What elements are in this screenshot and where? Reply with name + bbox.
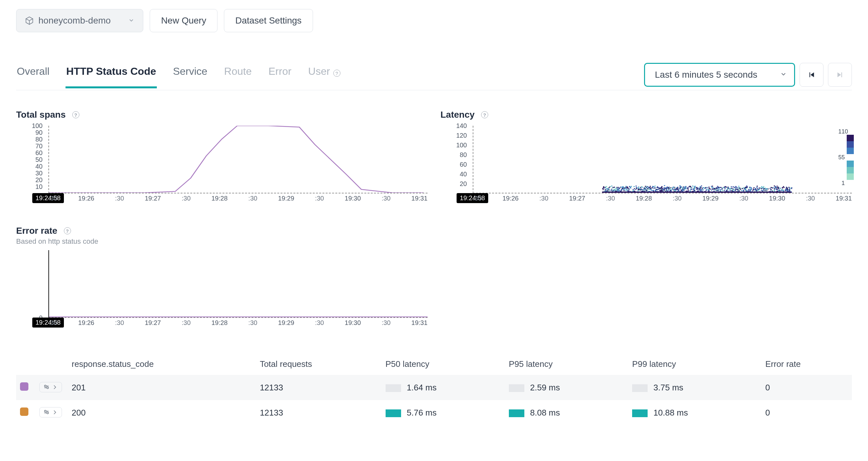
y-tick: 80: [460, 151, 467, 159]
p95-bar: [509, 384, 524, 392]
tab-service[interactable]: Service: [172, 65, 208, 87]
svg-rect-393: [602, 188, 603, 189]
time-prev-button[interactable]: [800, 63, 824, 87]
svg-rect-541: [638, 187, 639, 188]
column-header[interactable]: P95 latency: [505, 353, 628, 375]
svg-rect-409: [727, 189, 728, 190]
svg-rect-695: [617, 189, 619, 190]
svg-rect-758: [760, 187, 762, 188]
chevron-down-icon: [780, 70, 787, 80]
y-tick: 70: [35, 142, 42, 150]
series-swatch: [20, 407, 28, 416]
plot-area[interactable]: [473, 126, 852, 193]
plot-area[interactable]: [49, 126, 428, 193]
svg-rect-686: [752, 190, 754, 191]
tab-overall[interactable]: Overall: [16, 65, 50, 87]
svg-rect-600: [700, 190, 701, 191]
svg-rect-779: [616, 187, 617, 188]
tabs-help-icon[interactable]: ?: [333, 70, 340, 77]
bubbleup-button[interactable]: [39, 382, 62, 392]
x-tick: 19:30: [769, 195, 785, 202]
svg-rect-832: [609, 189, 611, 190]
svg-rect-638: [726, 187, 727, 188]
svg-rect-731: [678, 189, 679, 190]
dataset-name: honeycomb-demo: [38, 15, 111, 26]
tab-http-status-code[interactable]: HTTP Status Code: [65, 65, 157, 88]
svg-rect-490: [636, 188, 637, 189]
svg-rect-442: [783, 186, 784, 187]
svg-rect-794: [615, 189, 617, 190]
svg-rect-875: [783, 187, 785, 188]
svg-rect-857: [666, 189, 667, 190]
svg-rect-453: [761, 190, 762, 191]
column-header[interactable]: Total requests: [256, 353, 381, 375]
svg-rect-745: [669, 188, 670, 189]
svg-rect-880: [622, 188, 623, 189]
x-tick: 19:29: [278, 195, 294, 202]
x-tick: 19:27: [145, 195, 161, 202]
svg-rect-788: [730, 189, 731, 190]
svg-rect-618: [701, 189, 702, 190]
svg-rect-710: [719, 188, 720, 189]
svg-rect-785: [676, 189, 677, 190]
bubbleup-button[interactable]: [39, 407, 62, 418]
status-code: 201: [68, 375, 256, 400]
total-requests: 12133: [256, 375, 381, 400]
svg-rect-876: [668, 188, 669, 189]
column-header[interactable]: response.status_code: [68, 353, 256, 375]
svg-rect-572: [735, 187, 737, 188]
svg-rect-520: [755, 188, 756, 189]
dataset-select[interactable]: honeycomb-demo: [16, 9, 143, 32]
svg-rect-769: [771, 189, 772, 190]
svg-rect-786: [642, 189, 643, 190]
svg-rect-719: [692, 186, 693, 187]
svg-rect-899: [767, 189, 768, 190]
p99-value: 10.88 ms: [653, 408, 688, 418]
svg-rect-826: [662, 189, 663, 190]
svg-rect-728: [733, 189, 734, 190]
svg-rect-368: [774, 190, 775, 191]
svg-rect-756: [761, 186, 763, 187]
help-icon[interactable]: ?: [64, 227, 71, 234]
svg-rect-630: [745, 188, 746, 189]
p99-value: 3.75 ms: [653, 383, 683, 392]
svg-rect-729: [779, 188, 780, 189]
svg-rect-774: [617, 190, 618, 191]
x-tick: 19:29: [278, 319, 294, 327]
p50-bar: [385, 409, 401, 417]
svg-rect-610: [639, 190, 641, 191]
svg-rect-736: [787, 191, 788, 192]
svg-rect-806: [682, 188, 683, 189]
total-requests: 12133: [256, 400, 381, 425]
svg-rect-460: [741, 188, 742, 189]
svg-rect-334: [681, 189, 682, 190]
svg-rect-714: [737, 189, 739, 190]
svg-rect-278: [611, 186, 613, 187]
svg-point-903: [47, 387, 49, 389]
svg-rect-863: [710, 189, 711, 190]
svg-rect-581: [719, 189, 720, 190]
y-tick: 80: [35, 136, 42, 143]
svg-rect-864: [649, 187, 651, 188]
svg-rect-765: [673, 189, 674, 190]
column-header[interactable]: P50 latency: [382, 353, 505, 375]
svg-rect-624: [674, 190, 676, 191]
svg-rect-894: [626, 187, 627, 188]
svg-rect-41: [653, 190, 654, 191]
svg-rect-687: [738, 186, 740, 187]
new-query-button[interactable]: New Query: [150, 9, 217, 32]
svg-rect-499: [687, 188, 688, 189]
column-header[interactable]: Error rate: [762, 353, 852, 375]
column-header[interactable]: P99 latency: [628, 353, 762, 375]
svg-rect-743: [757, 190, 759, 191]
svg-rect-604: [717, 190, 718, 191]
dataset-settings-button[interactable]: Dataset Settings: [224, 9, 313, 32]
svg-rect-793: [711, 190, 712, 191]
svg-rect-139: [763, 186, 765, 187]
svg-rect-872: [736, 189, 737, 190]
time-range-select[interactable]: Last 6 minutes 5 seconds: [644, 63, 795, 87]
help-icon[interactable]: ?: [481, 111, 488, 118]
svg-rect-715: [620, 187, 621, 188]
plot-area[interactable]: [49, 250, 428, 318]
help-icon[interactable]: ?: [72, 111, 80, 118]
